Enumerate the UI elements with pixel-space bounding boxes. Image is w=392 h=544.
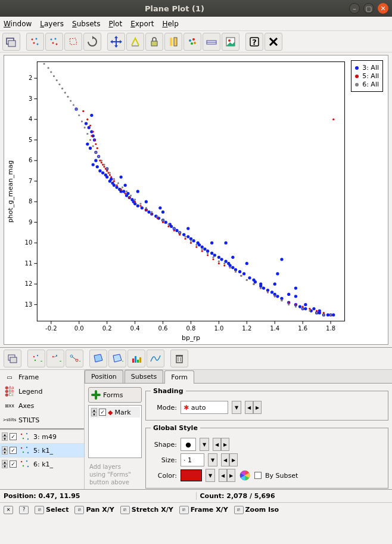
reorder-icon[interactable]: ▴▾	[2, 432, 8, 441]
svg-point-178	[273, 283, 276, 286]
dropdown-icon[interactable]: ▼	[232, 401, 241, 414]
layer-visible-checkbox[interactable]: ✓	[10, 460, 17, 468]
shape-combo[interactable]: ●	[181, 438, 196, 451]
svg-point-170	[136, 190, 139, 193]
svg-point-130	[210, 252, 213, 255]
add-area-layer-icon[interactable]	[89, 350, 107, 367]
layer-row-3[interactable]: ▴▾ ✓ 3: m49	[0, 429, 84, 443]
reorder-icon[interactable]: ▴▾	[2, 446, 8, 455]
svg-point-99	[122, 190, 125, 193]
sketch-icon[interactable]	[203, 33, 220, 51]
size-spinner[interactable]: ◀▶	[221, 453, 238, 466]
svg-point-244	[53, 75, 55, 77]
svg-point-194	[101, 162, 102, 163]
cfg-axes[interactable]: ⊞xxAxes	[0, 398, 84, 413]
color-spinner[interactable]: ◀▶	[219, 469, 235, 482]
help-nav-icon[interactable]: ?	[19, 506, 29, 514]
tab-subsets[interactable]: Subsets	[125, 370, 163, 383]
shape-spinner[interactable]: ◀▶	[213, 438, 229, 451]
minimize-button[interactable]: –	[349, 3, 360, 14]
tab-form[interactable]: Form	[164, 370, 194, 384]
nav-select[interactable]: ⎚Select	[35, 506, 69, 514]
add-pair-layer-icon[interactable]: +	[66, 350, 83, 367]
reorder-icon[interactable]: ▴▾	[91, 408, 97, 416]
add-table-layer-icon[interactable]	[4, 350, 21, 367]
subset-region-icon[interactable]	[64, 33, 82, 51]
color-swatch[interactable]	[181, 469, 202, 481]
layer-row-6[interactable]: ▴▾ ✓ 6: k1_	[0, 457, 84, 471]
svg-text:9: 9	[29, 219, 32, 225]
menu-help[interactable]: Help	[162, 20, 178, 28]
close-nav-icon[interactable]: ✕	[4, 506, 13, 514]
subset-dots2-icon[interactable]	[45, 33, 63, 51]
resize-icon[interactable]	[107, 33, 125, 51]
svg-rect-1	[8, 41, 15, 47]
svg-point-270	[134, 199, 136, 200]
shading-mode-combo[interactable]: ✱ auto	[181, 401, 228, 414]
svg-point-105	[133, 202, 136, 205]
svg-point-262	[103, 163, 105, 165]
lock-aux-icon[interactable]	[145, 33, 163, 51]
close-tool-icon[interactable]	[265, 33, 282, 51]
plot-area[interactable]: -0.20.00.20.40.60.81.01.21.41.61.8234567…	[4, 55, 388, 345]
svg-point-246	[58, 84, 60, 85]
menu-window[interactable]: Window	[4, 20, 32, 28]
svg-point-271	[139, 203, 141, 205]
layer-visible-checkbox[interactable]: ✓	[10, 447, 17, 454]
svg-point-16	[191, 42, 193, 45]
menu-plot[interactable]: Plot	[109, 20, 123, 28]
tab-position[interactable]: Position	[85, 370, 123, 383]
dropdown-icon[interactable]: ▼	[200, 438, 209, 451]
nav-pan[interactable]: ⎚Pan X/Y	[74, 506, 114, 514]
reorder-icon[interactable]: ▴▾	[2, 460, 8, 468]
measure-icon[interactable]	[126, 33, 144, 51]
color-wheel-icon[interactable]	[239, 469, 251, 481]
subset-dots1-icon[interactable]	[26, 33, 44, 51]
cfg-frame[interactable]: ▭Frame	[0, 370, 84, 384]
export-image-icon[interactable]	[222, 33, 239, 51]
svg-point-129	[206, 249, 209, 252]
add-pos-layer2-icon[interactable]: +	[46, 350, 64, 367]
menu-export[interactable]: Export	[130, 20, 154, 28]
replot-icon[interactable]	[83, 33, 101, 51]
add-pos-layer1-icon[interactable]: +	[27, 350, 45, 367]
menu-layers[interactable]: Layers	[40, 20, 64, 28]
svg-point-327	[26, 433, 27, 434]
svg-point-210	[151, 213, 153, 215]
nav-frame[interactable]: ⎚Frame X/Y	[179, 506, 228, 514]
svg-line-315	[72, 357, 76, 360]
dropdown-icon[interactable]: ▼	[208, 453, 217, 466]
form-enabled-checkbox[interactable]: ✓	[99, 409, 106, 416]
layer-visible-checkbox[interactable]: ✓	[10, 433, 17, 440]
size-combo[interactable]: · 1	[181, 453, 204, 466]
layer-row-5[interactable]: ▴▾ ✓ 5: k1_	[0, 443, 84, 457]
legend-item-5: 5: All	[362, 72, 379, 80]
nav-stretch[interactable]: ⎚Stretch X/Y	[120, 506, 173, 514]
close-button[interactable]: ✕	[378, 3, 388, 14]
svg-point-3	[36, 38, 38, 39]
forms-list[interactable]: ▴▾ ✓ ◆ Mark	[88, 405, 142, 458]
maximize-button[interactable]: ▢	[363, 3, 374, 14]
help-icon[interactable]: ?	[245, 33, 263, 51]
add-function-layer-icon[interactable]	[147, 350, 164, 367]
mouse-icon: ⎚	[120, 506, 130, 514]
by-subset-checkbox[interactable]	[254, 472, 262, 479]
menu-subsets[interactable]: Subsets	[72, 20, 100, 28]
forms-button[interactable]: Forms	[88, 387, 142, 403]
nav-zoom[interactable]: ⎚Zoom Iso	[234, 506, 279, 514]
density-icon[interactable]	[183, 33, 201, 51]
svg-point-284	[212, 256, 214, 258]
svg-point-221	[212, 258, 214, 260]
plot-canvas[interactable]: -0.20.00.20.40.60.81.01.21.41.61.8234567…	[4, 55, 388, 344]
shading-spinner[interactable]: ◀▶	[245, 401, 262, 414]
svg-point-208	[139, 205, 141, 206]
add-area2-layer-icon[interactable]: +	[108, 350, 126, 367]
aux-axis-icon[interactable]	[164, 33, 182, 51]
table-tool-icon[interactable]	[2, 33, 20, 51]
remove-layer-icon[interactable]	[170, 350, 188, 367]
svg-rect-318	[132, 358, 134, 363]
dropdown-icon[interactable]: ▼	[206, 469, 215, 482]
cfg-legend[interactable]: ●Aa●Bb●CcLegend	[0, 384, 84, 398]
cfg-stilts[interactable]: >stiltsSTILTS	[0, 413, 84, 427]
add-hist-layer-icon[interactable]	[127, 350, 145, 367]
